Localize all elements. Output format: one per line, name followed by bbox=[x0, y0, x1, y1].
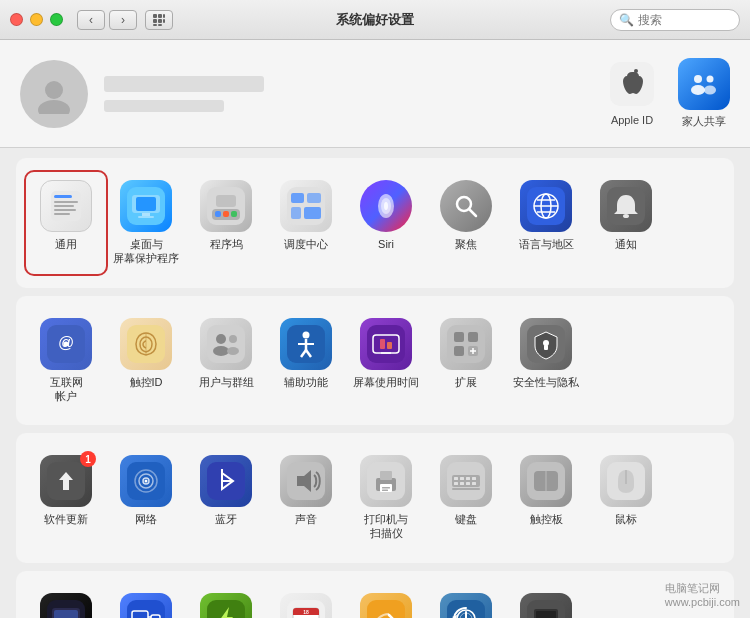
svg-point-9 bbox=[38, 100, 70, 114]
svg-rect-18 bbox=[54, 201, 78, 203]
grid-view-button[interactable] bbox=[145, 10, 173, 30]
screentime-icon bbox=[360, 318, 412, 370]
titlebar: ‹ › 系统偏好设置 🔍 bbox=[0, 0, 750, 40]
pref-display[interactable]: 显示器 bbox=[26, 585, 106, 618]
profile-section: Apple ID 家人共享 bbox=[0, 40, 750, 148]
svg-rect-4 bbox=[158, 19, 162, 23]
pref-screentime[interactable]: 屏幕使用时间 bbox=[346, 310, 426, 412]
svg-rect-73 bbox=[454, 332, 464, 342]
pref-sound[interactable]: 声音 bbox=[266, 447, 346, 549]
user-email bbox=[104, 100, 224, 112]
softupdate-icon: 1 bbox=[40, 455, 92, 507]
pref-internet[interactable]: @ 互联网帐户 bbox=[26, 310, 106, 412]
pref-energy[interactable]: 节能 bbox=[186, 585, 266, 618]
trackpad-label: 触控板 bbox=[530, 512, 563, 526]
svg-rect-71 bbox=[387, 342, 392, 349]
pref-datetime[interactable]: 18 18 日期与时间 bbox=[266, 585, 346, 618]
svg-rect-35 bbox=[307, 193, 321, 203]
svg-rect-29 bbox=[215, 211, 221, 217]
pref-keyboard[interactable]: 键盘 bbox=[426, 447, 506, 549]
svg-rect-56 bbox=[207, 325, 245, 363]
svg-rect-1 bbox=[158, 14, 162, 18]
pref-mcc[interactable]: 调度中心 bbox=[266, 172, 346, 274]
pref-users[interactable]: 用户与群组 bbox=[186, 310, 266, 412]
svg-rect-36 bbox=[291, 207, 301, 219]
svg-point-62 bbox=[303, 331, 310, 338]
general-label: 通用 bbox=[55, 237, 77, 251]
apple-id-icon bbox=[606, 58, 658, 110]
print-icon bbox=[360, 455, 412, 507]
svg-rect-104 bbox=[454, 482, 458, 485]
touchid-label: 触控ID bbox=[130, 375, 163, 389]
user-name bbox=[104, 76, 264, 92]
pref-softupdate[interactable]: 1 软件更新 bbox=[26, 447, 106, 549]
pref-handoff[interactable]: 随航 bbox=[106, 585, 186, 618]
svg-point-57 bbox=[216, 334, 226, 344]
section-group-2: @ 互联网帐户 触控ID bbox=[16, 296, 734, 426]
energy-icon bbox=[200, 593, 252, 618]
internet-label: 互联网帐户 bbox=[50, 375, 83, 404]
dock-icon bbox=[200, 180, 252, 232]
ext-label: 扩展 bbox=[455, 375, 477, 389]
pref-network[interactable]: 网络 bbox=[106, 447, 186, 549]
svg-rect-21 bbox=[54, 213, 70, 215]
user-info bbox=[104, 76, 606, 112]
apple-id-action[interactable]: Apple ID bbox=[606, 58, 658, 129]
pref-general[interactable]: 通用 bbox=[26, 172, 106, 274]
display-icon bbox=[40, 593, 92, 618]
ext-icon bbox=[440, 318, 492, 370]
family-share-action[interactable]: 家人共享 bbox=[678, 58, 730, 129]
pref-trackpad[interactable]: 触控板 bbox=[506, 447, 586, 549]
dock-label: 程序坞 bbox=[210, 237, 243, 251]
svg-rect-100 bbox=[454, 477, 458, 480]
forward-button[interactable]: › bbox=[109, 10, 137, 30]
svg-rect-107 bbox=[472, 482, 476, 485]
back-button[interactable]: ‹ bbox=[77, 10, 105, 30]
svg-rect-103 bbox=[472, 477, 476, 480]
pref-print[interactable]: 打印机与扫描仪 bbox=[346, 447, 426, 549]
pref-touchid[interactable]: 触控ID bbox=[106, 310, 186, 412]
access-label: 辅助功能 bbox=[284, 375, 328, 389]
pref-desktop[interactable]: 桌面与屏幕保护程序 bbox=[106, 172, 186, 274]
pref-security[interactable]: 安全性与隐私 bbox=[506, 310, 586, 412]
pref-mouse[interactable]: 鼠标 bbox=[586, 447, 666, 549]
pref-share[interactable]: 共享 bbox=[346, 585, 426, 618]
pref-ext[interactable]: 扩展 bbox=[426, 310, 506, 412]
pref-access[interactable]: 辅助功能 bbox=[266, 310, 346, 412]
family-icon bbox=[678, 58, 730, 110]
watermark: 电脑笔记网www.pcbiji.com bbox=[665, 581, 740, 608]
pref-lang[interactable]: 语言与地区 bbox=[506, 172, 586, 274]
spotlight-icon bbox=[440, 180, 492, 232]
svg-rect-106 bbox=[466, 482, 470, 485]
timemachine-icon bbox=[440, 593, 492, 618]
pref-notify[interactable]: 通知 bbox=[586, 172, 666, 274]
svg-point-40 bbox=[384, 202, 388, 210]
svg-rect-31 bbox=[231, 211, 237, 217]
svg-rect-30 bbox=[223, 211, 229, 217]
pref-dock[interactable]: 程序坞 bbox=[186, 172, 266, 274]
svg-point-59 bbox=[229, 335, 237, 343]
pref-spotlight[interactable]: 聚焦 bbox=[426, 172, 506, 274]
desktop-icon bbox=[120, 180, 172, 232]
spotlight-label: 聚焦 bbox=[455, 237, 477, 251]
maximize-button[interactable] bbox=[50, 13, 63, 26]
svg-rect-2 bbox=[163, 14, 165, 18]
pref-bluetooth[interactable]: 蓝牙 bbox=[186, 447, 266, 549]
search-box[interactable]: 🔍 bbox=[610, 9, 740, 31]
minimize-button[interactable] bbox=[30, 13, 43, 26]
pref-startup[interactable]: 启动磁盘 bbox=[506, 585, 586, 618]
pref-timemachine[interactable]: 时间机器 bbox=[426, 585, 506, 618]
svg-rect-70 bbox=[380, 339, 385, 349]
avatar[interactable] bbox=[20, 60, 88, 128]
section-group-3: 1 软件更新 网络 bbox=[16, 433, 734, 563]
pref-siri[interactable]: Siri bbox=[346, 172, 426, 274]
svg-rect-81 bbox=[544, 345, 548, 350]
close-button[interactable] bbox=[10, 13, 23, 26]
search-input[interactable] bbox=[638, 13, 728, 27]
mouse-icon bbox=[600, 455, 652, 507]
keyboard-label: 键盘 bbox=[455, 512, 477, 526]
nav-buttons: ‹ › bbox=[77, 10, 137, 30]
svg-point-13 bbox=[707, 76, 714, 83]
trackpad-icon bbox=[520, 455, 572, 507]
keyboard-icon bbox=[440, 455, 492, 507]
